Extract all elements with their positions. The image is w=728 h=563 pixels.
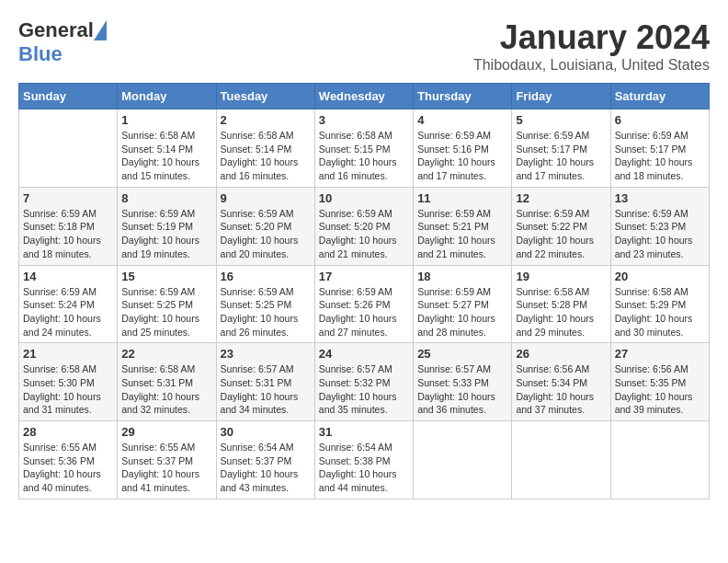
- location-title: Thibodaux, Louisiana, United States: [473, 57, 710, 74]
- page-header: General Blue January 2024 Thibodaux, Lou…: [18, 18, 710, 74]
- calendar-cell: [19, 109, 118, 188]
- calendar-cell: 5Sunrise: 6:59 AMSunset: 5:17 PMDaylight…: [512, 109, 610, 188]
- calendar-cell: 4Sunrise: 6:59 AMSunset: 5:16 PMDaylight…: [414, 109, 512, 188]
- day-info: Sunrise: 6:59 AMSunset: 5:20 PMDaylight:…: [319, 207, 409, 261]
- day-number: 8: [121, 191, 211, 205]
- day-info: Sunrise: 6:59 AMSunset: 5:24 PMDaylight:…: [23, 285, 113, 339]
- day-number: 17: [319, 270, 409, 283]
- calendar-cell: 15Sunrise: 6:59 AMSunset: 5:25 PMDayligh…: [118, 265, 216, 343]
- day-number: 4: [417, 113, 507, 127]
- calendar-cell: 22Sunrise: 6:58 AMSunset: 5:31 PMDayligh…: [118, 343, 216, 421]
- day-number: 7: [23, 191, 113, 205]
- calendar-cell: 1Sunrise: 6:58 AMSunset: 5:14 PMDaylight…: [118, 109, 216, 188]
- logo-triangle-icon: [94, 20, 107, 40]
- calendar-cell: 27Sunrise: 6:56 AMSunset: 5:35 PMDayligh…: [610, 343, 709, 421]
- day-number: 29: [121, 425, 211, 439]
- col-header-saturday: Saturday: [610, 84, 709, 109]
- calendar-cell: 17Sunrise: 6:59 AMSunset: 5:26 PMDayligh…: [314, 265, 413, 343]
- calendar-cell: 8Sunrise: 6:59 AMSunset: 5:19 PMDaylight…: [118, 187, 216, 265]
- day-info: Sunrise: 6:59 AMSunset: 5:20 PMDaylight:…: [221, 207, 311, 261]
- logo-general-text: General: [18, 18, 94, 42]
- day-number: 14: [23, 270, 113, 283]
- calendar-cell: 10Sunrise: 6:59 AMSunset: 5:20 PMDayligh…: [314, 187, 413, 265]
- day-info: Sunrise: 6:59 AMSunset: 5:23 PMDaylight:…: [615, 207, 705, 261]
- day-info: Sunrise: 6:56 AMSunset: 5:34 PMDaylight:…: [516, 362, 606, 417]
- day-info: Sunrise: 6:55 AMSunset: 5:36 PMDaylight:…: [23, 441, 113, 495]
- day-info: Sunrise: 6:58 AMSunset: 5:14 PMDaylight:…: [121, 129, 211, 183]
- calendar-cell: 26Sunrise: 6:56 AMSunset: 5:34 PMDayligh…: [512, 343, 610, 421]
- calendar-cell: [512, 421, 610, 500]
- calendar-week-row: 21Sunrise: 6:58 AMSunset: 5:30 PMDayligh…: [19, 343, 710, 421]
- calendar-header-row: SundayMondayTuesdayWednesdayThursdayFrid…: [19, 84, 710, 109]
- day-info: Sunrise: 6:59 AMSunset: 5:16 PMDaylight:…: [417, 129, 507, 183]
- day-info: Sunrise: 6:55 AMSunset: 5:37 PMDaylight:…: [121, 441, 211, 495]
- calendar-cell: [414, 421, 512, 500]
- logo: General Blue: [18, 18, 107, 66]
- col-header-sunday: Sunday: [19, 84, 118, 109]
- day-number: 30: [221, 425, 311, 439]
- day-info: Sunrise: 6:59 AMSunset: 5:22 PMDaylight:…: [516, 207, 606, 261]
- day-number: 3: [319, 113, 409, 127]
- calendar-cell: 11Sunrise: 6:59 AMSunset: 5:21 PMDayligh…: [414, 187, 512, 265]
- day-number: 19: [516, 270, 606, 283]
- calendar-cell: 19Sunrise: 6:58 AMSunset: 5:28 PMDayligh…: [512, 265, 610, 343]
- calendar-cell: 14Sunrise: 6:59 AMSunset: 5:24 PMDayligh…: [19, 265, 118, 343]
- day-info: Sunrise: 6:58 AMSunset: 5:29 PMDaylight:…: [615, 285, 705, 339]
- calendar-cell: 16Sunrise: 6:59 AMSunset: 5:25 PMDayligh…: [216, 265, 314, 343]
- day-number: 26: [516, 347, 606, 361]
- day-info: Sunrise: 6:59 AMSunset: 5:17 PMDaylight:…: [516, 129, 606, 183]
- calendar-cell: 28Sunrise: 6:55 AMSunset: 5:36 PMDayligh…: [19, 421, 118, 500]
- day-number: 10: [319, 191, 409, 205]
- day-number: 12: [516, 191, 606, 205]
- calendar-cell: 12Sunrise: 6:59 AMSunset: 5:22 PMDayligh…: [512, 187, 610, 265]
- calendar-week-row: 28Sunrise: 6:55 AMSunset: 5:36 PMDayligh…: [19, 421, 710, 500]
- day-number: 11: [417, 191, 507, 205]
- day-number: 21: [23, 347, 113, 361]
- calendar-cell: 30Sunrise: 6:54 AMSunset: 5:37 PMDayligh…: [216, 421, 314, 500]
- day-number: 27: [615, 347, 705, 361]
- day-number: 20: [615, 270, 705, 283]
- day-number: 28: [23, 425, 113, 439]
- day-info: Sunrise: 6:57 AMSunset: 5:31 PMDaylight:…: [221, 362, 311, 417]
- day-info: Sunrise: 6:57 AMSunset: 5:33 PMDaylight:…: [417, 362, 507, 417]
- day-info: Sunrise: 6:56 AMSunset: 5:35 PMDaylight:…: [615, 362, 705, 417]
- calendar-cell: [610, 421, 709, 500]
- day-info: Sunrise: 6:58 AMSunset: 5:30 PMDaylight:…: [23, 362, 113, 417]
- calendar-cell: 18Sunrise: 6:59 AMSunset: 5:27 PMDayligh…: [414, 265, 512, 343]
- day-info: Sunrise: 6:59 AMSunset: 5:18 PMDaylight:…: [23, 207, 113, 261]
- calendar-cell: 20Sunrise: 6:58 AMSunset: 5:29 PMDayligh…: [610, 265, 709, 343]
- day-info: Sunrise: 6:54 AMSunset: 5:38 PMDaylight:…: [319, 441, 409, 495]
- calendar-week-row: 7Sunrise: 6:59 AMSunset: 5:18 PMDaylight…: [19, 187, 710, 265]
- day-info: Sunrise: 6:54 AMSunset: 5:37 PMDaylight:…: [221, 441, 311, 495]
- day-info: Sunrise: 6:58 AMSunset: 5:15 PMDaylight:…: [319, 129, 409, 183]
- logo-blue-text: Blue: [18, 42, 63, 65]
- calendar-cell: 2Sunrise: 6:58 AMSunset: 5:14 PMDaylight…: [216, 109, 314, 188]
- day-info: Sunrise: 6:59 AMSunset: 5:21 PMDaylight:…: [417, 207, 507, 261]
- col-header-thursday: Thursday: [414, 84, 512, 109]
- calendar-cell: 24Sunrise: 6:57 AMSunset: 5:32 PMDayligh…: [314, 343, 413, 421]
- calendar-cell: 6Sunrise: 6:59 AMSunset: 5:17 PMDaylight…: [610, 109, 709, 188]
- col-header-monday: Monday: [118, 84, 216, 109]
- day-number: 6: [615, 113, 705, 127]
- title-section: January 2024 Thibodaux, Louisiana, Unite…: [473, 18, 710, 74]
- day-number: 16: [221, 270, 311, 283]
- col-header-tuesday: Tuesday: [216, 84, 314, 109]
- day-info: Sunrise: 6:59 AMSunset: 5:27 PMDaylight:…: [417, 285, 507, 339]
- day-number: 2: [221, 113, 311, 127]
- day-info: Sunrise: 6:59 AMSunset: 5:19 PMDaylight:…: [121, 207, 211, 261]
- calendar-cell: 29Sunrise: 6:55 AMSunset: 5:37 PMDayligh…: [118, 421, 216, 500]
- col-header-friday: Friday: [512, 84, 610, 109]
- day-info: Sunrise: 6:59 AMSunset: 5:17 PMDaylight:…: [615, 129, 705, 183]
- month-title: January 2024: [473, 18, 710, 57]
- day-number: 22: [121, 347, 211, 361]
- day-number: 9: [221, 191, 311, 205]
- day-number: 24: [319, 347, 409, 361]
- day-info: Sunrise: 6:59 AMSunset: 5:26 PMDaylight:…: [319, 285, 409, 339]
- calendar-cell: 31Sunrise: 6:54 AMSunset: 5:38 PMDayligh…: [314, 421, 413, 500]
- calendar-week-row: 1Sunrise: 6:58 AMSunset: 5:14 PMDaylight…: [19, 109, 710, 188]
- day-info: Sunrise: 6:59 AMSunset: 5:25 PMDaylight:…: [121, 285, 211, 339]
- calendar-cell: 23Sunrise: 6:57 AMSunset: 5:31 PMDayligh…: [216, 343, 314, 421]
- day-info: Sunrise: 6:57 AMSunset: 5:32 PMDaylight:…: [319, 362, 409, 417]
- calendar-week-row: 14Sunrise: 6:59 AMSunset: 5:24 PMDayligh…: [19, 265, 710, 343]
- day-info: Sunrise: 6:59 AMSunset: 5:25 PMDaylight:…: [221, 285, 311, 339]
